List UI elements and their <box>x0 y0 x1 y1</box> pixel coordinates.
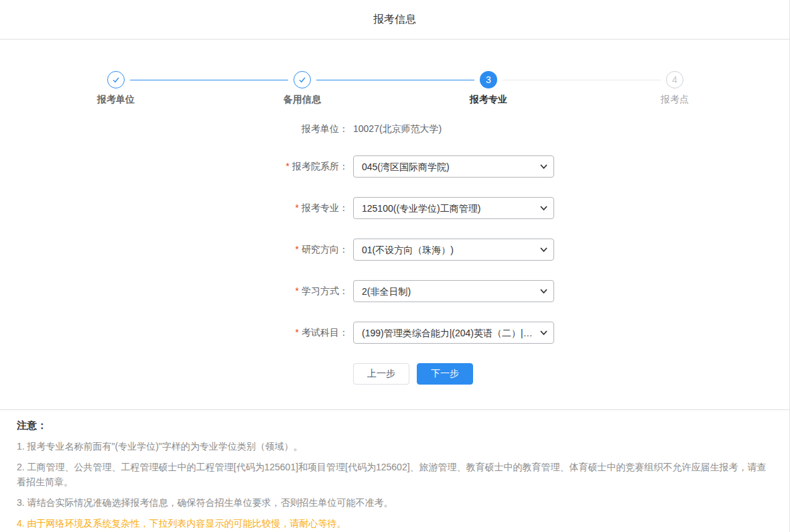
research-direction-row: *研究方向： 01(不设方向（珠海）) <box>0 239 789 261</box>
required-asterisk: * <box>295 285 299 296</box>
note-item-2: 2. 工商管理、公共管理、工程管理硕士中的工程管理[代码为125601]和项目管… <box>17 460 773 489</box>
note-item-3: 3. 请结合实际情况准确选择报考信息，确保符合招生单位要求，否则招生单位可能不准… <box>17 495 773 510</box>
progress-stepper: 报考单位 备用信息 3 报考专业 4 报考点 <box>0 71 768 106</box>
page-title: 报考信息 <box>373 0 416 39</box>
step-application-unit: 报考单位 <box>23 71 209 106</box>
check-icon <box>298 75 307 84</box>
notes-heading: 注意： <box>17 419 773 432</box>
major-label: *报考专业： <box>0 197 348 219</box>
application-form: 报考单位： 10027(北京师范大学) *报考院系所： 045(湾区国际商学院)… <box>0 118 789 385</box>
step-exam-site: 4 报考点 <box>582 71 768 106</box>
application-info-page: 报考信息 报考单位 备用信息 3 报考专业 <box>0 0 790 532</box>
step-finished-circle <box>107 71 125 88</box>
step-backup-info: 备用信息 <box>209 71 395 106</box>
check-icon <box>111 75 121 84</box>
department-label: *报考院系所： <box>0 155 348 178</box>
research-direction-select-wrap: 01(不设方向（珠海）) <box>353 239 554 261</box>
required-asterisk: * <box>286 161 289 172</box>
unit-value: 10027(北京师范大学) <box>353 123 442 135</box>
exam-subjects-row: *考试科目： (199)管理类综合能力|(204)英语（二）|(-… <box>0 322 789 344</box>
prev-step-button[interactable]: 上一步 <box>353 363 409 385</box>
step-connector <box>130 80 288 80</box>
step-wait-circle: 4 <box>666 71 683 88</box>
unit-label: 报考单位： <box>0 118 348 140</box>
major-select[interactable]: 125100((专业学位)工商管理) <box>353 197 554 219</box>
required-asterisk: * <box>295 327 299 338</box>
form-actions: 上一步 下一步 <box>353 363 789 385</box>
department-row: *报考院系所： 045(湾区国际商学院) <box>0 155 789 178</box>
notes-section: 注意： 1. 报考专业名称前面有"(专业学位)"字样的为专业学位类别（领域）。 … <box>0 409 789 531</box>
department-select-wrap: 045(湾区国际商学院) <box>353 155 554 178</box>
step-connector <box>503 80 661 80</box>
required-asterisk: * <box>295 202 299 213</box>
exam-subjects-select[interactable]: (199)管理类综合能力|(204)英语（二）|(-… <box>353 322 554 344</box>
major-select-wrap: 125100((专业学位)工商管理) <box>353 197 554 219</box>
unit-row: 报考单位： 10027(北京师范大学) <box>0 118 789 140</box>
study-mode-label: *学习方式： <box>0 280 348 302</box>
study-mode-select-wrap: 2(非全日制) <box>353 280 554 302</box>
step-label: 备用信息 <box>283 94 321 106</box>
step-label: 报考单位 <box>97 94 135 106</box>
study-mode-select[interactable]: 2(非全日制) <box>353 280 554 302</box>
next-step-button[interactable]: 下一步 <box>417 363 473 385</box>
step-label: 报考专业 <box>470 94 507 106</box>
research-direction-label: *研究方向： <box>0 239 348 261</box>
step-finished-circle <box>293 71 311 88</box>
exam-subjects-select-wrap: (199)管理类综合能力|(204)英语（二）|(-… <box>353 322 554 344</box>
study-mode-row: *学习方式： 2(非全日制) <box>0 280 789 302</box>
major-row: *报考专业： 125100((专业学位)工商管理) <box>0 197 789 219</box>
required-asterisk: * <box>295 244 299 255</box>
step-application-major: 3 报考专业 <box>395 71 582 106</box>
note-item-4-warning: 4. 由于网络环境及系统复杂性，下拉列表内容显示的可能比较慢，请耐心等待。 <box>17 516 773 531</box>
step-connector <box>316 80 474 80</box>
step-label: 报考点 <box>661 94 689 106</box>
page-header: 报考信息 <box>0 0 789 40</box>
step-current-circle: 3 <box>480 71 497 88</box>
note-item-1: 1. 报考专业名称前面有"(专业学位)"字样的为专业学位类别（领域）。 <box>17 439 773 454</box>
department-select[interactable]: 045(湾区国际商学院) <box>353 155 554 178</box>
exam-subjects-label: *考试科目： <box>0 322 348 344</box>
research-direction-select[interactable]: 01(不设方向（珠海）) <box>353 239 554 261</box>
